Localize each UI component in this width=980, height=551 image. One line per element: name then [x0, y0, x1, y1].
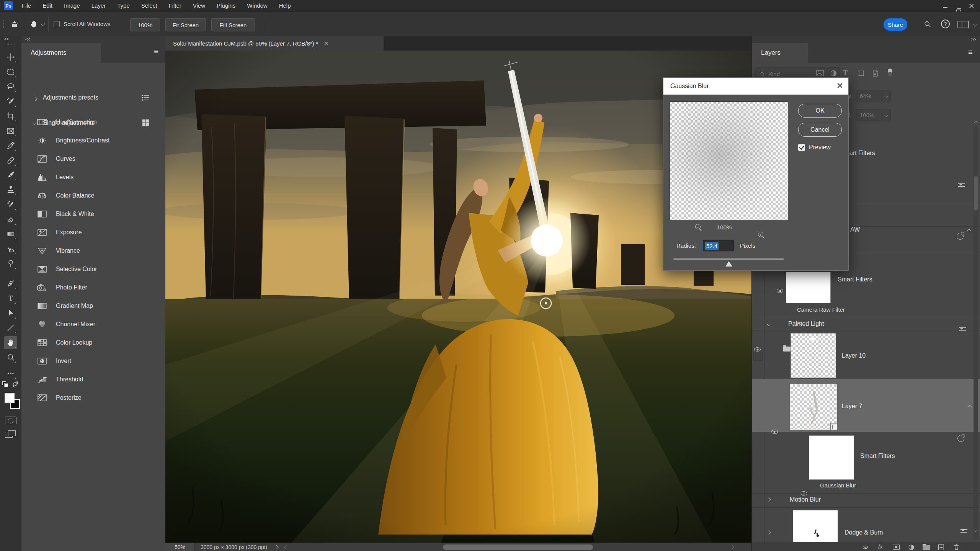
healing-brush-tool[interactable]	[4, 154, 17, 167]
line-tool[interactable]	[4, 321, 17, 334]
collapse-panel-icon[interactable]: <<	[25, 37, 30, 42]
adjustment-gradient-map[interactable]: Gradient Map	[21, 297, 165, 315]
eyedropper-tool[interactable]	[4, 139, 17, 152]
smart-filter-badge-icon[interactable]	[957, 435, 964, 442]
link-layers-icon[interactable]	[861, 544, 869, 550]
adjustment-exposure[interactable]: Exposure	[21, 223, 165, 242]
close-document-icon[interactable]	[324, 41, 328, 45]
fill-value[interactable]: 100%	[856, 109, 882, 121]
chevron-down-icon[interactable]	[973, 22, 977, 26]
collapse-filters-icon[interactable]	[967, 229, 971, 233]
panel-menu-icon[interactable]: ≡	[154, 47, 158, 55]
zoom-in-icon[interactable]: +	[758, 231, 765, 239]
visibility-eye-icon[interactable]	[777, 289, 783, 293]
blur-preview[interactable]	[670, 101, 788, 220]
ok-button[interactable]: OK	[798, 104, 842, 118]
visibility-eye-empty[interactable]	[753, 352, 763, 361]
crop-tool[interactable]	[4, 110, 17, 123]
adjustment-color-lookup[interactable]: Color Lookup	[21, 334, 165, 352]
menu-view[interactable]: View	[187, 0, 211, 11]
menu-file[interactable]: File	[16, 0, 37, 11]
home-icon[interactable]	[10, 20, 19, 29]
tab-layers[interactable]: Layers	[752, 43, 808, 63]
swap-colors-icon[interactable]	[11, 381, 19, 387]
filter-pixel-layers-icon[interactable]	[816, 70, 824, 77]
visibility-eye-icon[interactable]	[754, 347, 761, 352]
share-button[interactable]: Share	[884, 18, 907, 31]
menu-filter[interactable]: Filter	[163, 0, 187, 11]
status-flyout-icon[interactable]	[274, 545, 278, 549]
tab-adjustments[interactable]: Adjustments	[21, 43, 101, 63]
fill-dropdown-icon[interactable]	[882, 109, 891, 121]
menu-edit[interactable]: Edit	[37, 0, 58, 11]
filter-blending-options-icon[interactable]	[958, 182, 965, 188]
scroll-left-icon[interactable]	[284, 545, 288, 549]
layer-7-thumbnail[interactable]	[790, 384, 837, 430]
frame-tool[interactable]	[4, 124, 17, 137]
new-layer-icon[interactable]	[938, 544, 944, 551]
adjustment-invert[interactable]: Invert	[21, 352, 165, 370]
filter-adjustment-layers-icon[interactable]	[830, 70, 837, 77]
dodge-tool[interactable]	[4, 257, 17, 270]
gaussian-blur-filter-label[interactable]: Gaussian Blur	[820, 482, 856, 489]
list-view-icon[interactable]	[141, 93, 150, 102]
layer-10-label[interactable]: Layer 10	[842, 352, 866, 359]
adjustment-threshold[interactable]: Threshold	[21, 370, 165, 389]
document-tab[interactable]: Solar Manifestation CJM.psb @ 50% (Layer…	[165, 36, 384, 51]
collapse-dock-icon[interactable]: >>	[4, 36, 8, 42]
object-selection-tool[interactable]	[4, 95, 17, 108]
layers-scrollbar-thumb[interactable]	[974, 176, 978, 211]
scroll-all-windows-checkbox[interactable]	[54, 21, 60, 27]
new-group-icon[interactable]	[923, 544, 930, 551]
group-mask-thumbnail[interactable]	[793, 510, 838, 542]
default-colors-icon[interactable]	[2, 381, 7, 386]
layer-7-row[interactable]	[752, 379, 980, 432]
motion-blur-label[interactable]: Motion Blur	[790, 496, 821, 503]
quick-mask-icon[interactable]	[5, 417, 16, 424]
menu-select[interactable]: Select	[136, 0, 163, 11]
expand-group-icon[interactable]	[766, 530, 771, 534]
new-adjustment-layer-icon[interactable]	[908, 544, 915, 551]
adjustment-posterize[interactable]: Posterize	[21, 389, 165, 407]
minimize-icon[interactable]	[942, 3, 948, 8]
adjustment-levels[interactable]: Levels	[21, 168, 165, 186]
fill-screen-button[interactable]: Fill Screen	[211, 18, 255, 31]
filter-toggle-icon[interactable]	[887, 68, 893, 80]
opacity-dropdown-icon[interactable]	[882, 90, 891, 102]
horizontal-scrollbar[interactable]	[443, 544, 593, 550]
zoom-indicator[interactable]: 50%	[165, 543, 195, 551]
more-tools[interactable]	[4, 367, 17, 380]
expand-group-icon[interactable]	[766, 497, 771, 502]
adjustment-black-white[interactable]: Black & White	[21, 205, 165, 223]
hand-tool[interactable]	[4, 336, 17, 349]
close-icon[interactable]	[969, 3, 974, 10]
smart-filter-mask-thumbnail[interactable]	[786, 272, 831, 303]
zoom-100-button[interactable]: 100%	[130, 18, 160, 31]
filter-smart-objects-icon[interactable]	[872, 69, 879, 77]
workspace-icon[interactable]	[957, 21, 969, 28]
radius-slider-track[interactable]	[673, 258, 784, 260]
menu-image[interactable]: Image	[58, 0, 86, 11]
screen-mode-icon[interactable]	[5, 430, 16, 439]
eraser-tool[interactable]	[4, 213, 17, 226]
opacity-value[interactable]: 64%	[856, 90, 882, 101]
radius-input[interactable]: 52.4	[702, 240, 734, 252]
cancel-button[interactable]: Cancel	[798, 123, 842, 137]
adjustment-selective-color[interactable]: Selective Color	[21, 260, 165, 278]
foreground-color-swatch[interactable]	[5, 393, 15, 403]
chevron-right-icon[interactable]	[33, 96, 37, 101]
history-brush-tool[interactable]	[4, 198, 17, 211]
adjustment-channel-mixer[interactable]: Channel Mixer	[21, 315, 165, 334]
toolbar-grip[interactable]	[7, 44, 15, 46]
pen-tool[interactable]	[4, 277, 17, 290]
filter-blending-options-icon[interactable]	[959, 326, 966, 332]
adjustment-curves[interactable]: Curves	[21, 150, 165, 168]
path-selection-tool[interactable]	[4, 307, 17, 320]
type-tool[interactable]: T	[4, 292, 17, 305]
brush-tool[interactable]	[4, 168, 17, 181]
painted-light-label[interactable]: Painted Light	[788, 320, 824, 327]
menu-type[interactable]: Type	[111, 0, 136, 11]
smart-filter-mask-thumbnail[interactable]	[809, 435, 854, 480]
zoom-out-icon[interactable]: −	[695, 224, 702, 231]
visibility-eye-icon[interactable]	[771, 430, 778, 434]
